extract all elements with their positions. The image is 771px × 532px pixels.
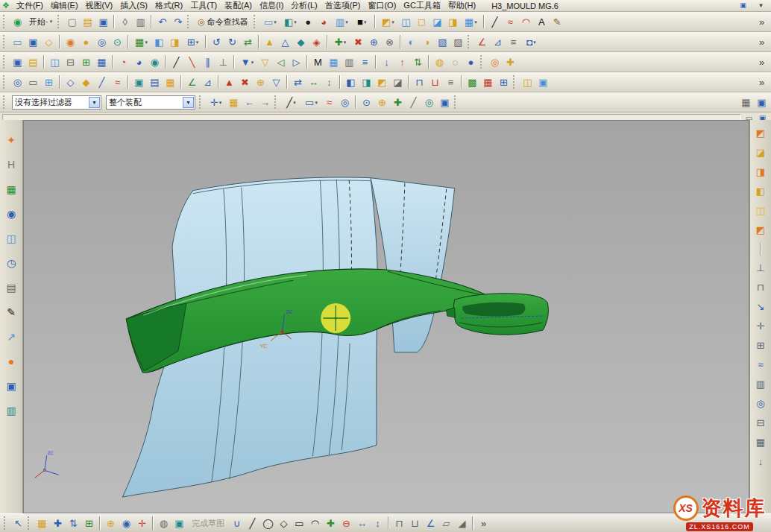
center-icon[interactable]: ⊙ <box>110 34 125 50</box>
core-grid-icon[interactable]: ▥ <box>342 54 357 70</box>
snap-grid-icon[interactable]: ▦ <box>226 95 242 110</box>
plus-tool-icon[interactable]: ✚ <box>503 54 518 70</box>
analysis-grid-icon[interactable]: ⊞ <box>41 75 57 90</box>
minus-tool-icon[interactable]: ⊟ <box>752 416 769 430</box>
quadrant-3-icon[interactable]: ◩ <box>374 75 390 90</box>
point-icon[interactable]: ◎ <box>94 34 110 50</box>
sphere-primitive-icon[interactable]: ● <box>78 34 94 50</box>
iso-view-icon[interactable]: ◪ <box>429 14 445 30</box>
mold-box-2-icon[interactable]: ◪ <box>752 145 769 159</box>
toolbar-grip[interactable] <box>57 15 61 28</box>
cut-icon[interactable]: ◊ <box>117 14 133 30</box>
cross-tool-icon[interactable]: ✛ <box>752 319 769 333</box>
midpoint-snap-icon[interactable]: ◎ <box>421 95 437 110</box>
endpoint-snap-icon[interactable]: ╱ <box>406 95 421 110</box>
snap-point-icon[interactable]: ▣ <box>25 34 41 50</box>
snap-cross-icon[interactable]: ✛ <box>206 95 226 110</box>
reuse-library-icon[interactable]: ◫ <box>3 230 19 246</box>
toolbar-overflow-icon[interactable]: » <box>754 14 770 30</box>
front-view-icon[interactable]: ◫ <box>398 14 414 30</box>
trim-icon[interactable]: ⊖ <box>339 516 354 531</box>
pattern-icon[interactable]: ▨ <box>450 34 466 50</box>
right-triangle-icon[interactable]: ⊿ <box>200 75 215 90</box>
manufacturing-wizard-icon[interactable]: ↗ <box>3 329 19 344</box>
trimetric-view-icon[interactable]: ◨ <box>445 14 461 30</box>
toolbar-overflow-icon[interactable]: » <box>754 54 770 70</box>
internet-explorer-icon[interactable]: ◉ <box>3 206 19 221</box>
solid-diamond-icon[interactable]: ◆ <box>78 75 94 90</box>
cup-icon[interactable]: ⊔ <box>407 516 423 531</box>
vertical-constraint-icon[interactable]: ↕ <box>370 516 386 531</box>
quadrant-snap-icon[interactable]: ⊕ <box>374 95 390 110</box>
sketch-icon[interactable]: ◉ <box>63 34 78 50</box>
delete-icon[interactable]: ✖ <box>237 75 253 90</box>
panel-icon[interactable]: ▣ <box>535 75 551 90</box>
constraint-navigator-icon[interactable]: H <box>3 156 19 172</box>
quadrant-1-icon[interactable]: ◧ <box>343 75 359 90</box>
subtract-icon[interactable]: ⊗ <box>382 34 397 50</box>
moldwizard-m-icon[interactable]: M <box>310 54 326 70</box>
target-icon[interactable]: ◉ <box>147 54 163 70</box>
display-mode-icon[interactable]: ◧ <box>280 14 300 30</box>
process-studio-icon[interactable]: ✎ <box>3 304 19 320</box>
dot-outline-icon[interactable]: ◌ <box>447 54 463 70</box>
more-tools-icon[interactable]: ◘ <box>521 34 541 50</box>
shaded-ball-icon[interactable]: ● <box>300 14 316 30</box>
mold-box-1-icon[interactable]: ◩ <box>752 126 769 140</box>
face-icon[interactable]: ▣ <box>131 75 147 90</box>
part-navigator-icon[interactable]: ▣ <box>10 54 25 70</box>
circle-snap-icon[interactable]: ◎ <box>337 95 353 110</box>
window-split-icon[interactable]: ◫ <box>47 54 63 70</box>
taper-icon[interactable]: △ <box>277 34 293 50</box>
toolbar-overflow-icon[interactable]: » <box>754 34 770 50</box>
redo-icon[interactable]: ↷ <box>170 14 186 30</box>
mold-box-5-icon[interactable]: ◫ <box>752 203 769 218</box>
line-tool-icon[interactable]: ╱ <box>487 14 503 30</box>
start-application-button[interactable]: 开始· <box>25 15 56 29</box>
view-orient-icon[interactable]: ◩ <box>378 14 398 30</box>
dock-icon[interactable]: ▦ <box>738 95 754 110</box>
window-style-icon[interactable]: ▭ <box>260 14 280 30</box>
toolbar-grip[interactable] <box>480 55 484 69</box>
collapse-icon[interactable]: ⊟ <box>63 54 78 70</box>
cross-icon[interactable]: ✛ <box>134 516 150 531</box>
quadrant-2-icon[interactable]: ◨ <box>359 75 374 90</box>
toolbar-grip[interactable] <box>3 75 7 89</box>
plus-grid-icon[interactable]: ⊞ <box>81 516 97 531</box>
circle-icon[interactable]: ◯ <box>260 516 276 531</box>
mesh-tool-icon[interactable]: ▦ <box>752 435 769 449</box>
stack-icon[interactable]: ≡ <box>357 54 373 70</box>
perpendicular-icon[interactable]: ⊥ <box>215 54 231 70</box>
warning-icon[interactable]: ▲ <box>221 75 237 90</box>
undo-icon[interactable]: ↶ <box>154 14 170 30</box>
arc-tool-icon[interactable]: ◠ <box>518 14 534 30</box>
green-latch-part[interactable] <box>447 294 549 335</box>
color-swatch[interactable]: ■ <box>352 14 372 30</box>
clamp-top-icon[interactable]: ⊥ <box>752 261 769 275</box>
horizontal-constraint-icon[interactable]: ↔ <box>354 516 370 531</box>
menubar-item[interactable]: 装配(A) <box>221 0 256 11</box>
toolbar-grip[interactable] <box>3 55 7 69</box>
datum-icon[interactable]: ◇ <box>41 34 57 50</box>
down-tool-icon[interactable]: ▼ <box>237 54 257 70</box>
mold-box-4-icon[interactable]: ◧ <box>752 184 769 198</box>
selection-scope-select[interactable]: 整个装配▼ <box>106 95 195 110</box>
diamond-icon[interactable]: ◇ <box>63 75 78 90</box>
selection-filter-select[interactable]: 没有选择过滤器▼ <box>12 95 101 110</box>
clamp-cap-icon[interactable]: ⊓ <box>752 280 769 294</box>
updown-icon[interactable]: ⇅ <box>410 54 426 70</box>
roles-icon[interactable]: ● <box>3 353 19 369</box>
chevron-down-icon[interactable]: ▼ <box>89 97 100 108</box>
select-filter-icon[interactable]: ▭ <box>10 34 25 50</box>
blend-icon[interactable]: ◆ <box>293 34 309 50</box>
down-tool-icon[interactable]: ↓ <box>752 455 769 469</box>
menubar-item[interactable]: 信息(I) <box>256 0 287 11</box>
line-icon[interactable]: ╱ <box>169 54 184 70</box>
list-icon[interactable]: ≡ <box>506 34 521 50</box>
parallel-icon[interactable]: ∥ <box>200 54 215 70</box>
toolbar-overflow-icon[interactable]: » <box>476 516 491 531</box>
quadrant-4-icon[interactable]: ◪ <box>390 75 406 90</box>
move-icon[interactable]: ✚ <box>50 516 66 531</box>
nx-gateway-icon[interactable]: ◉ <box>10 14 25 30</box>
half-shade-icon[interactable]: ◐ <box>403 34 419 50</box>
